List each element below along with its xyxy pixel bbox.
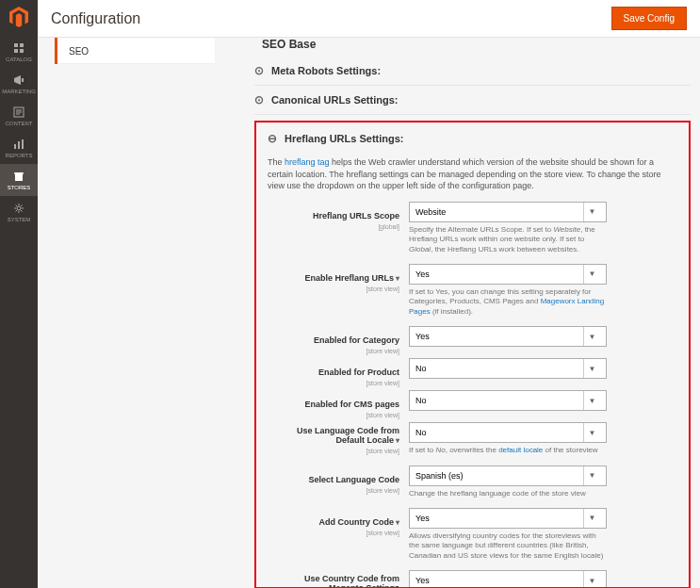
admin-left-nav: CATALOG MARKETING CONTENT REPORTS STORES… (0, 0, 38, 588)
nav-label: STORES (8, 185, 31, 190)
nav-label: REPORTS (6, 153, 33, 158)
select-hreflang-scope[interactable]: Website ▼ (409, 202, 607, 222)
chevron-collapsed-icon: ⊙ (254, 93, 264, 106)
label-add-country: Add Country Code▾ (319, 517, 400, 527)
intro-text: The (268, 157, 285, 167)
select-add-country[interactable]: Yes▼ (409, 508, 607, 529)
chevron-down-icon: ▼ (583, 509, 600, 528)
chevron-down-icon: ▼ (583, 359, 600, 378)
nav-label: SYSTEM (8, 217, 31, 222)
select-value: Spanish (es) (415, 471, 464, 481)
chevron-expanded-icon: ⊖ (268, 132, 277, 145)
nav-reports[interactable]: REPORTS (0, 132, 38, 164)
svg-rect-0 (14, 43, 18, 47)
nav-label: MARKETING (2, 89, 36, 94)
select-value: Website (415, 207, 446, 217)
select-enabled-category[interactable]: Yes▼ (409, 326, 607, 347)
row-country-magento: Use Country Code from Magento Settings▾[… (268, 570, 677, 588)
select-enabled-cms[interactable]: No▼ (409, 390, 607, 411)
row-add-country: Add Country Code▾[store view] Yes▼ Allow… (268, 508, 677, 561)
label-enabled-product: Enabled for Product (318, 368, 399, 377)
scope-hint: [store view] (268, 412, 399, 418)
scope-hint: [store view] (268, 380, 399, 386)
label-lang-code: Select Language Code (308, 475, 399, 484)
stores-icon (12, 170, 25, 183)
select-value: Yes (415, 270, 430, 279)
svg-rect-1 (20, 43, 24, 47)
chevron-down-icon: ▼ (583, 466, 600, 485)
row-enabled-category: Enabled for Category[store view] Yes▼ (268, 326, 677, 354)
label-enabled-category: Enabled for Category (314, 335, 399, 345)
accordion-meta-robots[interactable]: ⊙ Meta Robots Settings: (254, 57, 691, 86)
page-header: Configuration Save Config (38, 0, 700, 38)
sidebar-tab-seo[interactable]: SEO (55, 38, 215, 64)
label-enable-hreflang: Enable Hreflang URLs▾ (304, 273, 399, 283)
hreflang-form: Hreflang URLs Scope [global] Website ▼ S… (268, 202, 677, 588)
select-value: Yes (415, 332, 430, 341)
chevron-down-icon: ▼ (583, 327, 600, 346)
hreflang-intro: The hreflang tag helps the Web crawler u… (268, 156, 677, 192)
row-enabled-product: Enabled for Product[store view] No▼ (268, 358, 677, 386)
main-content: SEO SEO Base ⊙ Meta Robots Settings: ⊙ C… (38, 38, 700, 588)
marketing-icon (12, 74, 25, 87)
select-enable-hreflang[interactable]: Yes ▼ (409, 264, 607, 285)
select-lang-code[interactable]: Spanish (es)▼ (409, 466, 607, 486)
accordion-canonical[interactable]: ⊙ Canonical URLs Settings: (254, 86, 691, 115)
svg-rect-3 (20, 49, 24, 53)
chevron-down-icon: ▼ (583, 423, 600, 442)
chevron-down-icon: ▼ (583, 265, 600, 284)
hreflang-section: ⊖ Hreflang URLs Settings: The hreflang t… (254, 121, 691, 588)
label-hreflang-scope: Hreflang URLs Scope (313, 211, 399, 220)
seo-base-heading: SEO Base (262, 38, 691, 51)
nav-system[interactable]: SYSTEM (0, 196, 38, 228)
save-config-button[interactable]: Save Config (611, 7, 687, 30)
label-enabled-cms: Enabled for CMS pages (304, 400, 399, 409)
select-value: No (415, 428, 427, 437)
select-enabled-product[interactable]: No▼ (409, 358, 607, 379)
chevron-down-icon: ▼ (583, 203, 600, 221)
help-lang-code: Change the hreflang language code of the… (409, 489, 607, 498)
magento-logo-icon (6, 4, 32, 30)
select-country-magento[interactable]: Yes▼ (409, 570, 607, 588)
config-sidebar: SEO (55, 38, 215, 64)
chevron-collapsed-icon: ⊙ (254, 64, 264, 77)
help-add-country: Allows diversifying country codes for th… (409, 531, 607, 561)
row-lang-code: Select Language Code[store view] Spanish… (268, 466, 677, 498)
nav-catalog[interactable]: CATALOG (0, 36, 38, 68)
accordion-label: Meta Robots Settings: (271, 65, 381, 76)
select-lang-default[interactable]: No▼ (409, 422, 607, 443)
select-value: Yes (415, 576, 430, 585)
hreflang-tag-link[interactable]: hreflang tag (285, 157, 330, 167)
nav-stores[interactable]: STORES (0, 164, 38, 196)
svg-rect-10 (22, 139, 24, 149)
scope-hint: [global] (268, 223, 399, 230)
scope-hint: [store view] (268, 487, 399, 494)
label-lang-default: Use Language Code from Default Locale▾ (268, 426, 399, 445)
nav-label: CONTENT (6, 121, 33, 126)
select-value: No (415, 396, 427, 405)
content-icon (12, 106, 25, 119)
row-enabled-cms: Enabled for CMS pages[store view] No▼ (268, 390, 677, 418)
default-locale-link[interactable]: default locale (498, 446, 543, 454)
nav-content[interactable]: CONTENT (0, 100, 38, 132)
help-enable-hreflang: If set to Yes, you can change this setti… (409, 287, 607, 317)
scope-hint: [store view] (268, 348, 399, 354)
accordion-hreflang[interactable]: ⊖ Hreflang URLs Settings: (268, 130, 677, 153)
accordion-label: Canonical URLs Settings: (271, 94, 398, 106)
select-value: Yes (415, 514, 430, 523)
row-hreflang-scope: Hreflang URLs Scope [global] Website ▼ S… (268, 202, 677, 254)
scope-hint: [store view] (268, 448, 399, 454)
catalog-icon (12, 41, 25, 55)
label-country-magento: Use Country Code from Magento Settings▾ (268, 574, 399, 588)
svg-point-11 (17, 206, 21, 210)
svg-rect-2 (14, 49, 18, 53)
scope-hint: [store view] (268, 286, 399, 292)
nav-label: CATALOG (6, 57, 32, 62)
chevron-down-icon: ▼ (583, 391, 600, 410)
svg-rect-8 (14, 144, 16, 149)
nav-marketing[interactable]: MARKETING (0, 68, 38, 100)
row-lang-default: Use Language Code from Default Locale▾[s… (268, 422, 677, 455)
select-value: No (415, 364, 427, 373)
config-panel: SEO Base ⊙ Meta Robots Settings: ⊙ Canon… (254, 38, 696, 588)
help-lang-default: If set to No, overwrites the default loc… (409, 446, 607, 455)
